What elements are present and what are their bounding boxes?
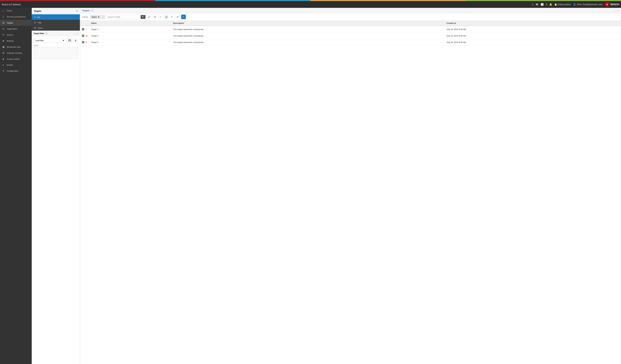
target-filters-icon: ⊘ (2, 28, 5, 30)
bosch-logo-text: BOSCH (610, 3, 619, 6)
rollouts-icon: ⊕ (2, 40, 5, 42)
app-title-area: Bosch IoT Rollouts (2, 3, 21, 6)
sidebar-item-configuration[interactable]: ✦ Configuration (0, 68, 32, 74)
th-created-at: Created at (445, 20, 621, 26)
phone-icon[interactable]: ☎ (535, 3, 538, 6)
status-icon: ⊙ (85, 41, 87, 44)
target-filter-title: Target filter (34, 32, 44, 34)
load-filter-select[interactable]: Load filter ▼ (34, 38, 66, 43)
content-area: Targets × ≡ List ⊟ Tags ⊞ Types (32, 8, 621, 364)
cell-description: This target represents a temperatu… (172, 39, 445, 46)
sidebar-item-actions[interactable]: ↻ Actions (0, 32, 32, 38)
query-label: Query (34, 44, 78, 47)
cell-created-at: July 19, 2024 8:35 AM (445, 26, 621, 32)
target-filter-info-icon[interactable]: i (45, 32, 48, 34)
auto-assign-btn[interactable]: 🔄 (164, 15, 169, 19)
table-row[interactable]: ✓ Target 1 This target represents a temp… (80, 26, 621, 32)
sidebar-item-rollouts[interactable]: ⊕ Rollouts (0, 38, 32, 44)
row-checkbox[interactable] (82, 41, 84, 43)
search-icon: 🔍 (142, 16, 144, 18)
target-filter-expand-btn[interactable]: ⤢ (76, 32, 78, 34)
sidebar-label-configuration: Configuration (7, 70, 18, 72)
cell-name: Target 2 (89, 32, 172, 39)
sidebar-label-services: Services and features (7, 16, 26, 18)
status-icon: ✓ (85, 28, 87, 31)
access-control-icon: ◈ (2, 58, 5, 60)
row-checkbox[interactable] (82, 34, 84, 37)
distribution-sets-icon: ▣ (2, 46, 5, 48)
add-target-btn[interactable]: + (181, 15, 186, 19)
services-icon: ◇ (2, 15, 5, 18)
user-icon: 👤 (573, 3, 576, 6)
table-row[interactable]: ⊙ Target 3 This target represents a temp… (80, 39, 621, 46)
table-header-row: Name Description Created at (80, 20, 621, 26)
targets-filter-panel-title: Targets (34, 10, 41, 12)
dollar-icon[interactable]: $ (546, 3, 547, 6)
table-row[interactable]: ◑ Target 2 This target represents a temp… (80, 32, 621, 39)
th-description: Description (172, 20, 445, 26)
sub-nav-list[interactable]: ≡ List (32, 14, 80, 20)
cell-checkbox-status: ◑ (80, 32, 89, 39)
query-input-box[interactable] (34, 47, 78, 59)
link-icon: ⛓ (154, 16, 156, 18)
targets-main-header: Targets i − ⤢ (80, 8, 621, 14)
cell-created-at: July 19, 2024 8:35 AM (445, 39, 621, 46)
undo-btn[interactable]: ↩ (158, 15, 163, 19)
sidebar-item-quotas[interactable]: ≡ Quotas (0, 62, 32, 68)
refresh-btn[interactable]: ↻ (170, 15, 174, 19)
th-checkbox-status (80, 20, 89, 26)
sub-nav-types-label: Types (37, 27, 43, 29)
search-submit-btn[interactable]: 🔍 (141, 15, 145, 19)
targets-main-info-icon[interactable]: i (91, 9, 93, 12)
window-icon[interactable]: ⬜ (541, 3, 544, 6)
target-filter-minimize-btn[interactable]: − (74, 32, 75, 34)
sub-nav-list-label: List (37, 16, 40, 18)
types-icon: ⊞ (34, 27, 36, 29)
filter-panel-content: Load filter ▼ 💾 🗑 Query (32, 36, 80, 61)
items-count: 3 items (82, 16, 88, 18)
name-dropdown[interactable]: Name ▼ (90, 15, 105, 19)
sidebar-label-software-modules: Software modules (7, 52, 22, 54)
targets-main-minimize-btn[interactable]: − (615, 10, 616, 12)
chevron-down-icon: ▼ (62, 39, 64, 42)
sub-nav-types[interactable]: ⊞ Types (32, 25, 80, 31)
sidebar-item-access-control[interactable]: ◈ Access control (0, 56, 32, 62)
sidebar-item-services[interactable]: ◇ Services and features (0, 14, 32, 20)
bell-icon[interactable]: 🔔 (549, 3, 552, 6)
targets-main-title-area: Targets i (82, 9, 93, 12)
subscription-label[interactable]: 📋 Subscription (554, 3, 571, 6)
status-icon: ◑ (85, 34, 87, 37)
settings-btn[interactable]: ⚙ (175, 15, 180, 19)
search-input[interactable] (106, 15, 141, 19)
targets-main-expand-btn[interactable]: ⤢ (617, 10, 619, 12)
sidebar-item-target-filters[interactable]: ⊘ Target filters (0, 26, 32, 32)
name-dropdown-label: Name (92, 16, 97, 18)
sidebar-item-distribution-sets[interactable]: ▣ Distribution sets (0, 44, 32, 50)
save-icon: 💾 (69, 39, 71, 42)
user-info[interactable]: 👤 John.Doe@domain.com (573, 3, 603, 6)
delete-icon: 🗑 (75, 39, 77, 42)
targets-filter-panel-close-btn[interactable]: × (76, 10, 78, 12)
cell-checkbox-status: ✓ (80, 26, 89, 32)
unlink-btn[interactable]: 🔗 (147, 15, 151, 19)
sidebar-label-actions: Actions (7, 34, 13, 36)
delete-filter-btn[interactable]: 🗑 (73, 38, 78, 43)
targets-table-body: ✓ Target 1 This target represents a temp… (80, 26, 621, 46)
link-btn[interactable]: ⛓ (153, 15, 157, 19)
sidebar-item-home[interactable]: ⌂ Home (0, 8, 32, 14)
refresh-icon: ↻ (171, 16, 173, 18)
sub-nav-tags[interactable]: ⊟ Tags (32, 20, 80, 25)
user-email: John.Doe@domain.com (577, 3, 603, 6)
share-icon[interactable]: ⎙ (532, 3, 534, 6)
bosch-logo-circle: B (605, 2, 609, 7)
save-filter-btn[interactable]: 💾 (67, 38, 72, 43)
sub-nav: ≡ List ⊟ Tags ⊞ Types (32, 14, 80, 31)
sidebar-label-target-filters: Target filters (7, 28, 17, 30)
sidebar-label-home: Home (7, 10, 12, 12)
targets-toolbar: 3 items Name ▼ 🔍 🔗 ⛓ (80, 14, 621, 20)
cell-name: Target 1 (89, 26, 172, 32)
sidebar-item-targets[interactable]: ◎ Targets (0, 20, 32, 26)
auto-assign-icon: 🔄 (165, 16, 168, 18)
sidebar-item-software-modules[interactable]: ⊞ Software modules (0, 50, 32, 56)
row-checkbox[interactable] (82, 28, 84, 31)
